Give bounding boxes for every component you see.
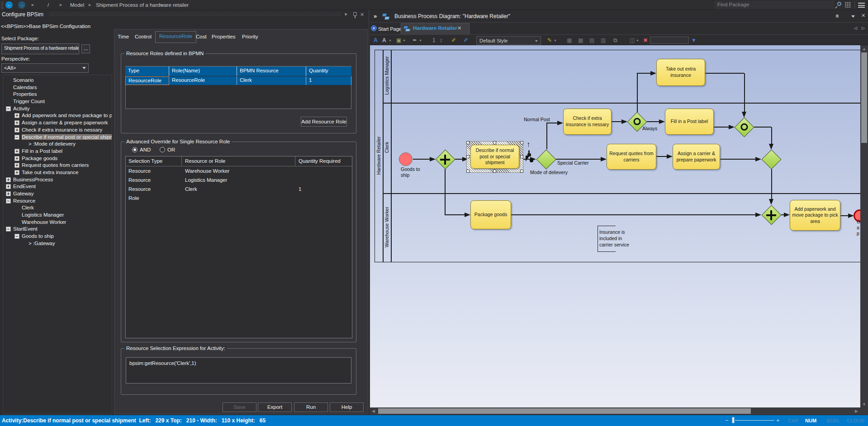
adv-table-cell[interactable]: 1: [299, 186, 301, 192]
resource-role-cell[interactable]: ResourceRole: [169, 76, 237, 85]
tree-item-mode-of-delievery[interactable]: > :Mode of delievery: [3, 141, 112, 148]
zoom-slider-track[interactable]: [735, 420, 774, 421]
zoom-slider-thumb[interactable]: [732, 417, 735, 423]
resource-role-cell[interactable]: 1: [306, 76, 351, 85]
adv-column-header-quantity-required[interactable]: Quantity Required: [295, 156, 352, 166]
task-request-quotes[interactable]: Request quotes from carriers: [607, 144, 656, 170]
h-scroll-left-icon[interactable]: ◀: [372, 409, 375, 413]
tree-item-clerk[interactable]: Clerk: [3, 204, 112, 212]
selection-handle[interactable]: [520, 141, 523, 144]
bpsim-tab-cost[interactable]: Cost: [196, 32, 207, 43]
tab-hardware-retailer[interactable]: Hardware Retailer ✕: [401, 23, 470, 34]
task-take-out-extra-insurance[interactable]: Take out extra insurance: [656, 59, 705, 86]
adv-table-cell[interactable]: Resource: [128, 177, 151, 183]
toolbar-icon[interactable]: ✒: [413, 37, 417, 43]
task-describe-shipment[interactable]: Describe if normal post or special shipm…: [470, 145, 519, 169]
v-scroll-down-icon[interactable]: ▼: [862, 402, 866, 407]
tree-item-calendars[interactable]: Calendars: [3, 84, 112, 91]
selection-handle[interactable]: [466, 170, 470, 173]
breadcrumb-root[interactable]: /: [47, 2, 49, 8]
close-diagram-icon[interactable]: ✕: [861, 13, 865, 19]
adv-column-header-selection-type[interactable]: Selection Type: [125, 156, 182, 166]
expand-icon[interactable]: +: [14, 149, 19, 154]
adv-table-cell[interactable]: Resource: [128, 186, 151, 192]
toolbar-icon[interactable]: ↕: [440, 37, 442, 43]
default-style-dropdown[interactable]: Default Style: [476, 36, 541, 45]
breadcrumb-package[interactable]: Shipment Process of a hardware retailer: [96, 2, 189, 8]
nav-forward-button[interactable]: →: [18, 1, 25, 9]
task-add-paperwork[interactable]: Add paperwork and move package to pick a…: [790, 200, 840, 231]
selection-handle[interactable]: [493, 141, 496, 144]
collapse-chevrons-icon[interactable]: «: [834, 14, 842, 18]
tree-item-goods-to-ship[interactable]: −Goods to ship: [3, 233, 112, 240]
tree-item-describe-if-normal-post-or-special-shipment[interactable]: −Describe if normal post or special ship…: [3, 134, 112, 141]
expand-icon[interactable]: +: [14, 128, 19, 133]
start-event-goods-to-ship[interactable]: [399, 152, 413, 166]
advanced-override-table[interactable]: [125, 156, 352, 338]
run-button[interactable]: Run: [294, 402, 328, 412]
adv-column-header-resource-or-role[interactable]: Resource or Role: [182, 156, 295, 166]
toolbar-icon[interactable]: ✎: [547, 37, 552, 43]
bpsim-tab-time[interactable]: Time: [118, 32, 129, 43]
package-input[interactable]: Shipment Process of a hardware retailer: [1, 43, 79, 54]
toolbar-icon-dropdown[interactable]: ▼: [403, 39, 406, 42]
zoom-plus-icon[interactable]: +: [776, 417, 780, 424]
tree-item-properties[interactable]: Properties: [3, 91, 112, 98]
expand-icon[interactable]: +: [14, 163, 19, 168]
tree-item-fill-in-a-post-label[interactable]: +Fill in a Post label: [3, 148, 112, 155]
perspective-dropdown[interactable]: <All>: [1, 63, 89, 73]
tree-item-warehouse-worker[interactable]: Warehouse Worker: [3, 219, 112, 226]
tree-item-add-paperwork-and-move-package-to-pick-area[interactable]: +Add paperwork and move package to pick …: [3, 112, 112, 119]
tree-item-trigger-count[interactable]: Trigger Count: [3, 98, 112, 105]
tree-item-startevent[interactable]: −StartEvent: [3, 226, 112, 233]
diagram-canvas[interactable]: Hardware RetailerLogistics ManagerClerkW…: [370, 45, 860, 407]
add-resource-role-button[interactable]: Add Resource Role: [301, 117, 347, 127]
expand-icon[interactable]: +: [6, 184, 11, 189]
tree-item-assign-a-carrier-prepare-paperwork[interactable]: +Assign a carrier & prepare paperwork: [3, 119, 112, 127]
tab-scroll-right-icon[interactable]: ▷: [862, 26, 865, 30]
toolbar-icon[interactable]: A: [382, 37, 386, 43]
selection-handle[interactable]: [493, 170, 496, 173]
collapse-icon[interactable]: −: [6, 106, 11, 111]
toolbar-icon[interactable]: ▤: [589, 37, 594, 43]
zoom-minus-icon[interactable]: −: [725, 417, 729, 424]
collapse-icon[interactable]: −: [6, 199, 11, 204]
toolbar-input-box[interactable]: [650, 37, 689, 44]
adv-table-cell[interactable]: Logistics Manager: [185, 177, 227, 183]
adv-table-cell[interactable]: Warehouse Worker: [185, 168, 229, 174]
close-icon[interactable]: ✕: [360, 12, 364, 18]
selection-handle[interactable]: [520, 170, 523, 173]
column-header-quantity[interactable]: Quantity: [306, 66, 351, 76]
toolbar-icon[interactable]: ▥: [601, 37, 606, 43]
tree-item-resource[interactable]: −Resource: [3, 198, 112, 205]
task-fill-post-label[interactable]: Fill in a Post label: [665, 109, 714, 135]
toolbar-icon[interactable]: ✖: [643, 37, 648, 43]
adv-table-cell[interactable]: Clerk: [185, 186, 197, 192]
tree-item-gateway[interactable]: +Gateway: [3, 190, 112, 198]
panel-expand-icon[interactable]: »: [374, 13, 377, 19]
and-radio[interactable]: [132, 147, 138, 152]
bpsim-tab-properties[interactable]: Properties: [212, 32, 235, 43]
toolbar-icon-dropdown[interactable]: ▼: [554, 39, 557, 42]
menu-icon[interactable]: [858, 2, 865, 8]
column-header-bpmn-resource[interactable]: BPMN Resource: [237, 66, 306, 76]
toolbar-icon[interactable]: ▣: [396, 37, 401, 43]
task-package-goods[interactable]: Package goods: [470, 200, 511, 229]
tree-item-businessprocess[interactable]: +BusinessProcess: [3, 176, 112, 184]
search-icon[interactable]: [837, 2, 841, 6]
tree-item-scenario[interactable]: Scenario: [3, 77, 112, 84]
bpsim-tab-resourcerole[interactable]: ResourceRole: [155, 31, 196, 43]
nav-back-button[interactable]: ←: [5, 1, 13, 9]
toolbar-icon[interactable]: ▦: [578, 37, 583, 43]
tree-item-take-out-extra-insurance[interactable]: +Take out extra insurance: [3, 169, 112, 176]
help-button[interactable]: Help: [330, 402, 364, 412]
tree-item-gateway[interactable]: > :Gateway: [3, 240, 112, 247]
toolbar-icon-dropdown[interactable]: ▼: [636, 39, 639, 42]
toolbar-icon-dropdown[interactable]: ▼: [389, 39, 392, 42]
tree-item-endevent[interactable]: +EndEvent: [3, 183, 112, 190]
toolbar-icon[interactable]: A: [374, 37, 378, 43]
tree-item-activity[interactable]: −Activity: [3, 105, 112, 113]
tree-item-logistics-manager[interactable]: Logistics Manager: [3, 212, 112, 219]
expand-icon[interactable]: +: [14, 120, 19, 125]
toolbar-icon[interactable]: 1: [432, 37, 436, 43]
